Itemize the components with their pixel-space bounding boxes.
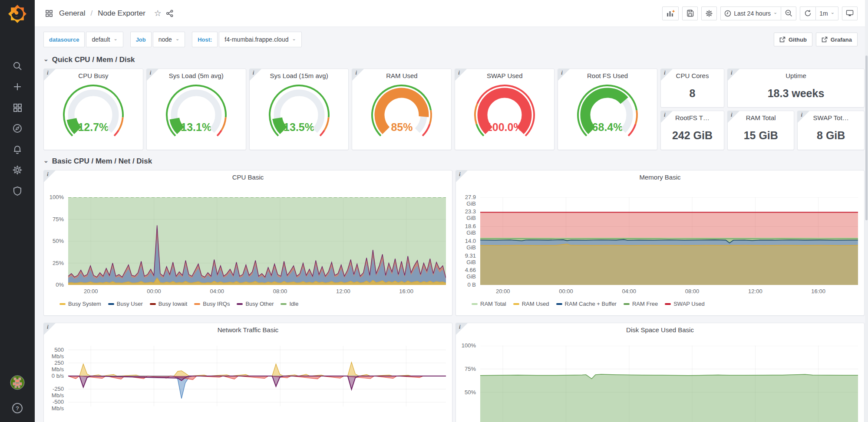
stat-panels-block: i CPU Cores 8 i Uptime 18.3 weeks i Root… bbox=[660, 69, 865, 150]
collapse-chevron-icon: ⌄ bbox=[43, 56, 49, 62]
save-dashboard-button[interactable] bbox=[682, 7, 698, 20]
panel-title[interactable]: RootFS T… bbox=[661, 114, 724, 121]
gauge-visualization: 68.4% bbox=[566, 83, 649, 140]
panel-title[interactable]: Sys Load (15m avg) bbox=[250, 72, 349, 79]
sidebar-bottom: ? bbox=[0, 375, 35, 414]
legend-item[interactable]: Busy IRQs bbox=[194, 301, 230, 307]
chevron-down-icon: ⌄ bbox=[292, 36, 296, 42]
legend-item[interactable]: Busy System bbox=[59, 301, 101, 307]
zoom-out-button[interactable] bbox=[781, 7, 796, 20]
y-axis-tick-label: 50% bbox=[44, 238, 64, 244]
y-axis-tick-label: 75% bbox=[44, 216, 64, 222]
y-axis-tick-label: 100% bbox=[456, 342, 476, 349]
variable-datasource-select[interactable]: default ⌄ bbox=[86, 32, 123, 47]
dashboard-grid-icon[interactable] bbox=[45, 10, 53, 17]
y-axis-tick-label: 50% bbox=[456, 389, 476, 396]
network-traffic-plot-area[interactable] bbox=[68, 346, 446, 406]
favorite-star-icon[interactable]: ☆ bbox=[154, 8, 162, 18]
disk-space-plot-area[interactable] bbox=[480, 346, 858, 422]
section-basic-cpu-mem-net-disk[interactable]: ⌄ Basic CPU / Mem / Net / Disk bbox=[43, 157, 865, 166]
breadcrumb-page-title[interactable]: Node Exporter bbox=[98, 9, 145, 18]
github-link-button[interactable]: Github bbox=[774, 33, 812, 46]
chart-legend: RAM TotalRAM UsedRAM Cache + BufferRAM F… bbox=[472, 301, 705, 307]
panel-title[interactable]: Uptime bbox=[728, 72, 864, 79]
panel-title[interactable]: SWAP Tot… bbox=[798, 114, 864, 121]
legend-item[interactable]: RAM Total bbox=[472, 301, 506, 307]
cycle-view-mode-button[interactable] bbox=[842, 7, 858, 20]
legend-item[interactable]: Busy Iowait bbox=[150, 301, 187, 307]
variable-host: Host: f4-mumbai.frappe.cloud ⌄ bbox=[192, 32, 302, 47]
help-icon[interactable]: ? bbox=[11, 402, 23, 414]
link-label: Grafana bbox=[831, 36, 852, 43]
legend-item[interactable]: RAM Cache + Buffer bbox=[556, 301, 617, 307]
stat-value: 15 GiB bbox=[728, 129, 794, 142]
legend-item[interactable]: Busy Other bbox=[237, 301, 274, 307]
panel-title[interactable]: Root FS Used bbox=[558, 72, 657, 79]
variable-value: f4-mumbai.frappe.cloud bbox=[224, 36, 288, 43]
dashboard-settings-button[interactable] bbox=[701, 7, 717, 20]
y-axis-tick-label: 25% bbox=[44, 260, 64, 266]
page-scrollbar[interactable] bbox=[865, 0, 868, 422]
add-panel-button[interactable] bbox=[662, 7, 679, 20]
grafana-logo-icon[interactable] bbox=[7, 3, 28, 24]
legend-color-marker bbox=[624, 303, 630, 305]
y-axis-tick-label: 18.6 GiB bbox=[456, 223, 476, 236]
create-plus-icon[interactable] bbox=[11, 81, 23, 93]
refresh-button[interactable] bbox=[800, 7, 815, 20]
legend-item[interactable]: Busy User bbox=[108, 301, 143, 307]
panel-ram-total: i RAM Total 15 GiB bbox=[727, 111, 795, 150]
gauge-visualization: 12.7% bbox=[52, 83, 135, 140]
grafana-link-button[interactable]: Grafana bbox=[816, 33, 858, 46]
x-axis-tick-label: 00:00 bbox=[142, 288, 165, 294]
dashboards-icon[interactable] bbox=[11, 101, 23, 114]
panel-title[interactable]: Disk Space Used Basic bbox=[456, 326, 864, 334]
user-avatar[interactable] bbox=[10, 375, 25, 390]
variable-host-select[interactable]: f4-mumbai.frappe.cloud ⌄ bbox=[219, 32, 301, 47]
panel-title[interactable]: CPU Cores bbox=[661, 72, 724, 79]
link-label: Github bbox=[789, 36, 807, 43]
chevron-down-icon: ⌄ bbox=[113, 36, 117, 42]
y-axis-tick-label: -250 Mb/s bbox=[44, 386, 64, 399]
legend-item[interactable]: RAM Free bbox=[624, 301, 658, 307]
gauge-visualization: 13.5% bbox=[258, 83, 340, 140]
legend-label: Busy IRQs bbox=[203, 301, 230, 307]
breadcrumb-separator: / bbox=[90, 9, 92, 18]
legend-color-marker bbox=[194, 303, 200, 305]
dashboard-toolbar: Last 24 hours ⌄ 1m ⌄ bbox=[662, 7, 858, 20]
time-range-picker[interactable]: Last 24 hours ⌄ bbox=[720, 7, 781, 20]
panel-network-traffic-basic: i Network Traffic Basic 500 Mb/s250 Mb/s… bbox=[43, 323, 452, 422]
scrollbar-thumb[interactable] bbox=[865, 56, 868, 220]
panel-title[interactable]: RAM Used bbox=[352, 72, 451, 79]
y-axis-tick-label: 500 Mb/s bbox=[44, 347, 64, 360]
legend-item[interactable]: Idle bbox=[281, 301, 298, 307]
legend-color-marker bbox=[665, 303, 671, 305]
legend-color-marker bbox=[472, 303, 478, 305]
panel-title[interactable]: RAM Total bbox=[728, 114, 794, 121]
panel-swap-used: i SWAP Used 100.0% bbox=[455, 69, 554, 150]
section-quick-cpu-mem-disk[interactable]: ⌄ Quick CPU / Mem / Disk bbox=[43, 56, 865, 64]
panel-title[interactable]: Memory Basic bbox=[456, 173, 864, 181]
memory-basic-plot-area[interactable] bbox=[480, 197, 858, 285]
stat-value: 18.3 weeks bbox=[728, 87, 864, 100]
panel-title[interactable]: SWAP Used bbox=[455, 72, 554, 79]
variable-job: Job node ⌄ bbox=[130, 32, 185, 47]
panel-title[interactable]: CPU Basic bbox=[44, 173, 452, 181]
legend-item[interactable]: SWAP Used bbox=[665, 301, 705, 307]
panel-title[interactable]: Network Traffic Basic bbox=[44, 326, 452, 334]
explore-compass-icon[interactable] bbox=[11, 122, 23, 134]
admin-shield-icon[interactable] bbox=[11, 185, 23, 197]
y-axis-tick-label: 100% bbox=[44, 194, 64, 200]
breadcrumb-section[interactable]: General bbox=[59, 9, 85, 18]
refresh-interval-picker[interactable]: 1m ⌄ bbox=[815, 7, 838, 20]
alerting-bell-icon[interactable] bbox=[11, 143, 23, 155]
cpu-basic-plot-area[interactable] bbox=[68, 197, 446, 285]
external-link-icon bbox=[822, 36, 828, 43]
panel-title[interactable]: Sys Load (5m avg) bbox=[147, 72, 246, 79]
share-icon[interactable] bbox=[166, 10, 174, 17]
legend-item[interactable]: RAM Used bbox=[513, 301, 549, 307]
search-icon[interactable] bbox=[11, 60, 23, 72]
variable-job-select[interactable]: node ⌄ bbox=[153, 32, 185, 47]
y-axis-tick-label: 0% bbox=[44, 281, 64, 288]
panel-title[interactable]: CPU Busy bbox=[44, 72, 143, 79]
settings-gear-icon[interactable] bbox=[11, 164, 23, 176]
